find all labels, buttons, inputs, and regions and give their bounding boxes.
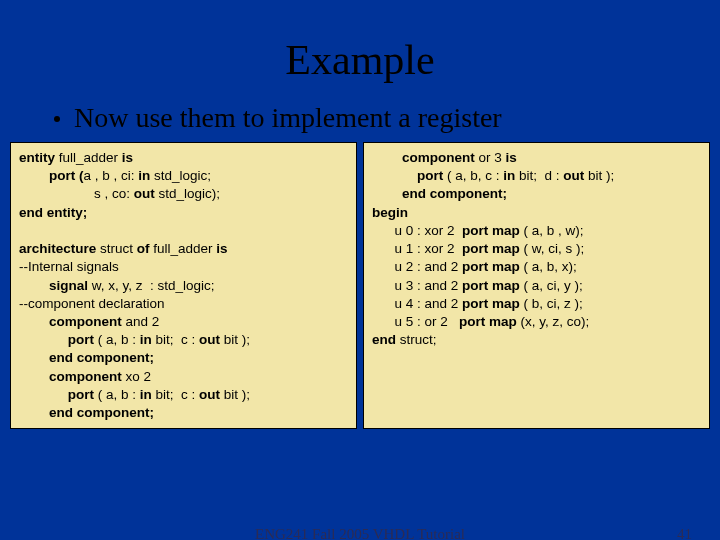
code-columns: entity full_adder is port (a , b , ci: i… bbox=[0, 142, 720, 429]
txt: xo 2 bbox=[122, 369, 151, 384]
txt: std_logic; bbox=[150, 168, 211, 183]
kw: port map bbox=[462, 296, 520, 311]
kw: port bbox=[19, 332, 94, 347]
txt: u 5 : or 2 bbox=[372, 314, 459, 329]
txt: bit ); bbox=[220, 387, 250, 402]
kw: port map bbox=[462, 278, 520, 293]
kw: entity bbox=[19, 150, 55, 165]
code-right: component or 3 is port ( a, b, c : in bi… bbox=[363, 142, 710, 429]
kw: in bbox=[503, 168, 515, 183]
txt: struct; bbox=[396, 332, 437, 347]
bullet-line: Now use them to implement a register bbox=[0, 102, 720, 142]
kw: is bbox=[122, 150, 133, 165]
kw: port map bbox=[459, 314, 517, 329]
txt: a , b , ci: bbox=[84, 168, 139, 183]
txt: --Internal signals bbox=[19, 259, 119, 274]
txt: and 2 bbox=[122, 314, 160, 329]
txt: --component declaration bbox=[19, 296, 165, 311]
txt: or 3 bbox=[475, 150, 506, 165]
kw: end bbox=[372, 332, 396, 347]
kw: end component; bbox=[372, 186, 507, 201]
txt: u 4 : and 2 bbox=[372, 296, 462, 311]
kw: port map bbox=[462, 241, 520, 256]
kw: component bbox=[372, 150, 475, 165]
kw: of bbox=[137, 241, 150, 256]
kw: in bbox=[140, 332, 152, 347]
txt: ( a, ci, y ); bbox=[520, 278, 583, 293]
txt: ( a, b : bbox=[94, 387, 140, 402]
slide-title: Example bbox=[0, 0, 720, 102]
kw: out bbox=[134, 186, 155, 201]
bullet-dot-icon bbox=[54, 116, 60, 122]
txt: full_adder bbox=[55, 150, 122, 165]
txt: u 0 : xor 2 bbox=[372, 223, 462, 238]
kw: in bbox=[138, 168, 150, 183]
page-number: 41 bbox=[677, 526, 692, 540]
txt: struct bbox=[96, 241, 137, 256]
txt: std_logic); bbox=[155, 186, 220, 201]
txt: ( w, ci, s ); bbox=[520, 241, 585, 256]
kw: end entity; bbox=[19, 205, 87, 220]
txt: bit; d : bbox=[515, 168, 563, 183]
kw: end component; bbox=[19, 350, 154, 365]
txt: bit ); bbox=[220, 332, 250, 347]
txt: w, x, y, z : std_logic; bbox=[88, 278, 215, 293]
kw: port map bbox=[462, 223, 520, 238]
txt: ( a, b : bbox=[94, 332, 140, 347]
kw: port map bbox=[462, 259, 520, 274]
kw: is bbox=[506, 150, 517, 165]
txt: bit; c : bbox=[152, 332, 199, 347]
kw: port bbox=[372, 168, 443, 183]
kw: architecture bbox=[19, 241, 96, 256]
txt: ( b, ci, z ); bbox=[520, 296, 583, 311]
txt: ( a, b, c : bbox=[443, 168, 503, 183]
kw: out bbox=[199, 387, 220, 402]
txt: bit ); bbox=[584, 168, 614, 183]
txt: u 2 : and 2 bbox=[372, 259, 462, 274]
kw: is bbox=[216, 241, 227, 256]
txt: (x, y, z, co); bbox=[517, 314, 590, 329]
kw: out bbox=[199, 332, 220, 347]
txt: ( a, b , w); bbox=[520, 223, 584, 238]
txt: s , co: bbox=[19, 186, 134, 201]
code-left: entity full_adder is port (a , b , ci: i… bbox=[10, 142, 357, 429]
kw: out bbox=[563, 168, 584, 183]
footer-center: ENG241 Fall 2005 VHDL Tutorial bbox=[255, 526, 465, 540]
kw: end component; bbox=[19, 405, 154, 420]
txt: u 3 : and 2 bbox=[372, 278, 462, 293]
bullet-text: Now use them to implement a register bbox=[74, 102, 502, 133]
kw: begin bbox=[372, 205, 408, 220]
kw: port ( bbox=[19, 168, 84, 183]
kw: component bbox=[19, 314, 122, 329]
kw: signal bbox=[19, 278, 88, 293]
kw: port bbox=[19, 387, 94, 402]
txt: bit; c : bbox=[152, 387, 199, 402]
txt: u 1 : xor 2 bbox=[372, 241, 462, 256]
kw: component bbox=[19, 369, 122, 384]
txt: full_adder bbox=[150, 241, 217, 256]
kw: in bbox=[140, 387, 152, 402]
txt: ( a, b, x); bbox=[520, 259, 577, 274]
